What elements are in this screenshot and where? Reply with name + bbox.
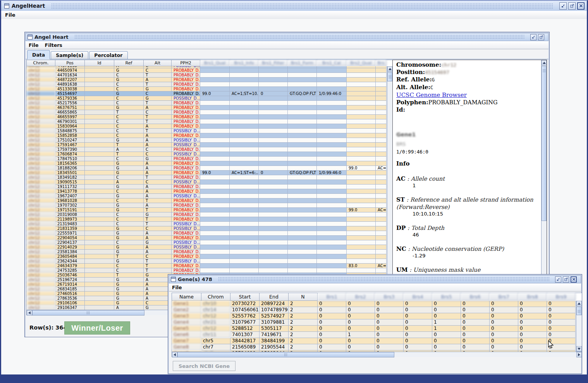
variant-row[interactable]: chr1220319008CGPROBABLY_D... — [27, 212, 392, 217]
tab-data[interactable]: Data — [27, 50, 50, 59]
hscrollbar-thumb[interactable] — [177, 352, 394, 357]
variant-row[interactable]: chr1245179336CGPOSSIBLY_D... — [27, 96, 392, 101]
variant-row[interactable]: chr1221319483CTPOSSIBLY_D... — [27, 222, 392, 226]
column-header-chrom[interactable]: Chrom. — [27, 60, 55, 66]
variant-row[interactable]: chr1219672407GAPOSSIBLY_D... — [27, 194, 392, 198]
minimize-button[interactable] — [530, 34, 536, 40]
variant-row[interactable]: chr1219681028CTPROBABLY_D... — [27, 198, 392, 203]
variant-row[interactable]: chr1215848875CTPOSSIBLY_D... — [27, 129, 392, 133]
variant-row[interactable]: chr1222914029GAPOSSIBLY_D... — [27, 245, 392, 250]
variant-row[interactable]: chr1224753285CTPROBABLY_D... — [27, 268, 392, 273]
column-header-ref[interactable]: Ref — [114, 60, 144, 66]
variant-row[interactable]: chr1244701634CTPROBABLY_D... — [27, 73, 392, 78]
detail-vscrollbar[interactable] — [541, 60, 547, 309]
variant-row[interactable]: chr1245154697GCPROBABLY_D...99.0AC=1;ST=… — [27, 91, 392, 96]
column-header-n[interactable]: N — [289, 293, 318, 301]
column-header-blurred[interactable]: Brs8 — [518, 293, 547, 301]
variant-row[interactable]: chr1219090515ACPOSSIBLY_D... — [27, 180, 392, 185]
tab-samples[interactable]: Sample(s) — [51, 51, 88, 59]
variant-table-vscrollbar[interactable] — [387, 66, 392, 310]
variant-row[interactable]: chr1223581384GAPROBABLY_D... — [27, 250, 392, 254]
ucsc-genome-browser-link[interactable]: UCSC Genome Browser — [396, 91, 467, 98]
gene-table-vscrollbar[interactable] — [576, 301, 582, 352]
close-icon[interactable] — [571, 276, 577, 283]
variant-row[interactable]: chr1217510247GAPOSSIBLY_D... — [27, 138, 392, 143]
variant-row[interactable]: chr1222904137CGPOSSIBLY_D... — [27, 240, 392, 245]
variant-row[interactable]: chr1219707302GAPROBABLY_D... — [27, 203, 392, 208]
scroll-up-icon[interactable] — [542, 60, 547, 66]
column-header-blurred[interactable]: Brs2 — [346, 293, 375, 301]
scroll-left-icon[interactable] — [27, 310, 32, 316]
variant-row[interactable]: chr1219715191GTPROBABLY_D...99.0AC=1 — [27, 208, 392, 212]
variant-row[interactable]: chr1215830964CAPROBABLY_D... — [27, 124, 392, 129]
variant-row[interactable]: chr1223624344GTPOSSIBLY_D... — [27, 259, 392, 264]
variant-row[interactable]: chr1244872207GAPROBABLY_D... — [27, 78, 392, 82]
vscrollbar-thumb[interactable] — [387, 72, 392, 81]
variant-row[interactable]: chr1219413778CAPROBABLY_D... — [27, 189, 392, 194]
column-header-blurred[interactable]: Brs3 — [375, 293, 404, 301]
minimize-button[interactable] — [559, 2, 567, 10]
column-header-blurred[interactable]: Brs9 — [547, 293, 576, 301]
menu-file[interactable]: File — [172, 285, 182, 290]
scroll-down-icon[interactable] — [576, 346, 582, 352]
gene-row[interactable]: Gene8chr721565089219055442000000000 — [172, 344, 582, 350]
scroll-up-icon[interactable] — [576, 301, 582, 306]
menu-filters[interactable]: Filters — [45, 42, 62, 48]
gene-row[interactable]: Gene7chr538442817384841992000000000 — [172, 338, 582, 344]
column-header-pos[interactable]: Pos — [55, 60, 85, 66]
variant-row[interactable]: chr1217597390ACPROBABLY_D... — [27, 147, 392, 152]
variant-row[interactable]: chr1244650974GCPROBABLY_D... — [27, 68, 392, 73]
hscrollbar-thumb[interactable] — [32, 310, 144, 316]
app-titlebar[interactable]: AngelHeart — [1, 1, 587, 11]
maximize-button[interactable] — [563, 276, 569, 283]
gene-row[interactable]: Gene6chr11740130774196712010000000 — [172, 332, 582, 338]
tab-percolator[interactable]: Percolator — [89, 51, 127, 59]
winner-loser-button[interactable]: Winner/Loser — [64, 321, 130, 335]
menu-file[interactable]: File — [5, 12, 15, 18]
variant-row[interactable]: chr1246655997CTPROBABLY_D... — [27, 115, 392, 119]
column-header-pph2[interactable]: PPH2 — [172, 60, 200, 66]
scroll-right-icon[interactable] — [576, 352, 582, 357]
column-header-blurred[interactable]: Brs — [376, 60, 387, 66]
column-header-name[interactable]: Name — [172, 293, 201, 301]
column-header-blurred[interactable]: Brs7 — [490, 293, 518, 301]
variant-row[interactable]: chr1217591467TAPOSSIBLY_D... — [27, 143, 392, 147]
maximize-button[interactable] — [568, 2, 576, 10]
genes-titlebar[interactable]: Gene(s) 478 — [169, 275, 581, 283]
variant-row[interactable]: chr1217847510CGPROBABLY_D... — [27, 157, 392, 161]
variant-row[interactable]: chr1246655865TCPROBABLY_D... — [27, 110, 392, 115]
close-icon[interactable] — [577, 2, 585, 10]
variant-row[interactable]: chr1244891638CTPROBABLY_D... — [27, 82, 392, 87]
variant-row[interactable]: chr1245217556CTPROBABLY_D... — [27, 101, 392, 105]
gene-row[interactable]: Gene4chr2131079677310798812000010000 — [172, 319, 582, 326]
variant-row[interactable]: chr1244371138ACPOSSIBLY_D... — [27, 66, 392, 68]
column-header-blurred[interactable]: Brs1_Form — [288, 60, 317, 66]
vscrollbar-thumb[interactable] — [576, 307, 582, 315]
maximize-button[interactable] — [538, 34, 544, 40]
variant-row[interactable]: chr1222555971GAPROBABLY_D... — [27, 231, 392, 236]
gene-row[interactable]: Gene1chr1020730272208972242000000000 — [172, 301, 582, 307]
scroll-up-icon[interactable] — [387, 66, 392, 72]
minimize-button[interactable] — [555, 276, 561, 283]
gene-row[interactable]: Gene5chr12528851253051172000010000 — [172, 326, 582, 332]
column-header-blurred[interactable]: Brs1 — [318, 293, 346, 301]
column-header-blurred[interactable]: Brs4 — [404, 293, 432, 301]
variant-row[interactable]: chr1246376751GAPROBABLY_D... — [27, 105, 392, 110]
vscrollbar-thumb[interactable] — [542, 66, 547, 221]
variant-row[interactable]: chr1219111732GAPROBABLY_D... — [27, 185, 392, 189]
column-header-blurred[interactable]: Brs5 — [432, 293, 461, 301]
variant-row[interactable]: chr1246790301CTPROBABLY_D... — [27, 119, 392, 124]
variant-row[interactable]: chr1224634379CTPROBABLY_D...83.0AC=1 — [27, 264, 392, 268]
variant-row[interactable]: chr1218345501GAPROBABLY_D...99.0AC=1;ST=… — [27, 171, 392, 175]
variant-row[interactable]: chr1218156365GAPROBABLY_D... — [27, 161, 392, 166]
gene-table-hscrollbar[interactable] — [172, 352, 582, 357]
column-header-blurred[interactable]: Brs1_Cal — [317, 60, 347, 66]
column-header-id[interactable]: Id — [85, 60, 114, 66]
variant-row[interactable]: chr1221198973CTPROBABLY_D... — [27, 217, 392, 222]
gene-row[interactable]: Gene2chr141074560611074789792000000000 — [172, 307, 582, 313]
variant-row[interactable]: chr1222904054GAPROBABLY_D... — [27, 236, 392, 240]
scroll-left-icon[interactable] — [172, 352, 177, 357]
gene-row[interactable]: Gene3chr1252557762525749272000000000 — [172, 313, 582, 319]
variant-row[interactable]: chr1215852858CAPROBABLY_D... — [27, 133, 392, 138]
column-header-blurred[interactable]: Brs2_Qual — [347, 60, 376, 66]
